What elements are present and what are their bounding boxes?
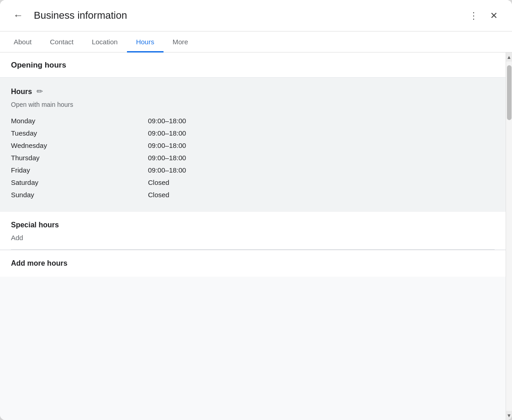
hours-label: Hours [11,88,32,96]
hours-row: Saturday Closed [11,176,495,189]
header: ← Business information ⋮ ✕ [0,0,512,31]
header-actions: ⋮ ✕ [464,6,503,25]
tabs-bar: About Contact Location Hours More [0,31,512,52]
hours-row: Monday 09:00–18:00 [11,115,495,127]
more-options-button[interactable]: ⋮ [464,6,483,25]
scroll-up-button[interactable]: ▲ [506,52,512,62]
day-wednesday: Wednesday [11,142,148,149]
close-button[interactable]: ✕ [485,6,503,25]
scroll-down-arrow-icon: ▼ [507,413,512,418]
hours-tuesday: 09:00–18:00 [148,129,186,137]
add-more-hours-title: Add more hours [11,259,495,268]
hours-section: Hours ✏ Open with main hours Monday 09:0… [0,78,506,212]
tab-about[interactable]: About [5,31,41,52]
hours-saturday: Closed [148,178,169,186]
hours-thursday: 09:00–18:00 [148,154,186,162]
hours-sunday: Closed [148,191,169,199]
special-hours-section: Special hours Add [0,212,506,249]
add-more-hours-section: Add more hours [0,250,506,277]
day-thursday: Thursday [11,154,148,162]
day-monday: Monday [11,117,148,125]
edit-icon[interactable]: ✏ [37,87,43,96]
tab-contact[interactable]: Contact [41,31,83,52]
close-icon: ✕ [490,10,498,21]
scrollbar-track: ▲ ▼ [506,52,512,420]
day-saturday: Saturday [11,178,148,186]
opening-hours-header: Opening hours [0,52,506,78]
tab-more[interactable]: More [164,31,197,52]
hours-monday: 09:00–18:00 [148,117,186,125]
hours-header: Hours ✏ [11,87,495,96]
back-button[interactable]: ← [9,6,27,25]
modal-container: ← Business information ⋮ ✕ About Contact… [0,0,512,420]
hours-row: Tuesday 09:00–18:00 [11,127,495,139]
hours-friday: 09:00–18:00 [148,166,186,174]
hours-wednesday: 09:00–18:00 [148,142,186,149]
hours-row: Friday 09:00–18:00 [11,164,495,176]
opening-hours-title: Opening hours [11,61,495,70]
scroll-down-button[interactable]: ▼ [506,411,512,420]
tab-location[interactable]: Location [83,31,127,52]
hours-row: Sunday Closed [11,189,495,201]
tab-hours[interactable]: Hours [127,31,164,52]
add-special-hours-link[interactable]: Add [11,234,23,242]
content-wrapper: Opening hours Hours ✏ Open with main hou… [0,52,512,420]
scrollbar-thumb[interactable] [507,65,512,120]
day-friday: Friday [11,166,148,174]
hours-row: Thursday 09:00–18:00 [11,152,495,164]
back-arrow-icon: ← [13,10,23,21]
hours-row: Wednesday 09:00–18:00 [11,139,495,152]
main-content: Opening hours Hours ✏ Open with main hou… [0,52,506,420]
day-sunday: Sunday [11,191,148,199]
hours-status: Open with main hours [11,101,495,108]
more-dots-icon: ⋮ [469,10,478,21]
special-hours-title: Special hours [11,221,495,229]
scroll-up-arrow-icon: ▲ [507,54,512,60]
page-title: Business information [34,10,464,21]
day-tuesday: Tuesday [11,129,148,137]
